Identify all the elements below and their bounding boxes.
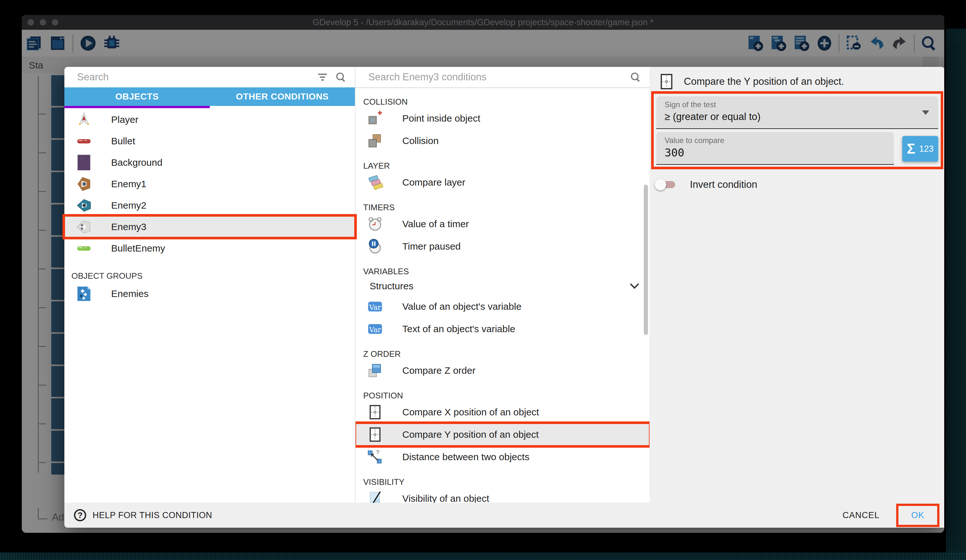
object-group-icon [75,285,92,302]
digits-123-label: 123 [919,144,934,154]
conditions-list: COLLISION Point inside object Collision … [355,88,649,528]
object-groups-list: Enemies [64,283,355,304]
position-grid-icon [657,73,675,90]
help-button[interactable]: ? HELP FOR THIS CONDITION [64,509,212,521]
conditions-panel: COLLISION Point inside object Collision … [355,67,649,528]
objects-list: Player Bullet Background Enemy1 Enemy2 E… [64,109,355,259]
compare-y-position-of-an-object[interactable]: Compare Y position of an object [355,423,649,446]
desktop-background: GDevelop 5 - /Users/dkarakay/Documents/G… [0,0,966,560]
sign-of-test-value: ≥ (greater or equal to) [665,111,938,123]
collision-icon [366,132,384,149]
player-ship-icon [75,111,92,128]
desktop-wallpaper-strip [0,552,966,560]
background-icon [75,154,92,171]
collision[interactable]: Collision [355,129,649,152]
text-of-an-object-s-variable[interactable]: Var Text of an object's variable [355,318,649,340]
objects-search-input[interactable] [64,71,317,83]
point-inside-object-icon [366,110,384,127]
invert-condition-label: Invert condition [690,179,757,190]
enemy3-ship-icon [75,218,92,236]
bulletenemy[interactable]: BulletEnemy [64,237,355,259]
sigma-icon: Σ [907,141,915,157]
variable-icon: Var [366,320,384,337]
value-of-an-object-s-variable[interactable]: Var Value of an object's variable [355,295,649,318]
active-tab-underline [64,106,210,108]
distance-between-two-objects[interactable]: ? Distance between two objects [355,446,649,468]
svg-text:?: ? [376,449,379,455]
enemy1-ship-icon [75,175,92,193]
position-grid-icon [366,426,384,443]
section-header-collision: COLLISION [355,96,649,107]
bullet-icon [75,133,92,150]
question-mark-icon: ? [74,509,86,521]
search-icon [335,71,347,83]
section-header-layer: LAYER [355,160,649,171]
condition-parameters-panel: Compare the Y position of an object. Sig… [649,67,944,528]
condition-title: Compare the Y position of an object. [684,76,844,87]
compare-layer-icon [366,174,384,191]
section-header-position: POSITION [355,390,649,401]
svg-text:Var: Var [369,303,381,311]
conditions-search-row [355,67,649,87]
enemy3[interactable]: Enemy3 [64,216,355,237]
ok-button[interactable]: OK [911,511,924,520]
value-to-compare-field: Value to compare [656,132,894,165]
z-order-icon [366,362,384,379]
filter-icon[interactable] [317,72,328,82]
chevron-down-icon [629,283,640,289]
desktop-wallpaper-strip [946,29,966,553]
compare-z-order[interactable]: Compare Z order [355,359,649,382]
help-label: HELP FOR THIS CONDITION [92,511,212,520]
conditions-search-input[interactable] [355,71,630,83]
value-to-compare-input[interactable] [665,146,871,159]
conditions-scrollbar-thumb[interactable] [644,185,648,335]
bullet[interactable]: Bullet [64,130,355,152]
value-to-compare-label: Value to compare [665,136,894,145]
enemy1[interactable]: Enemy1 [64,173,355,195]
compare-x-position-of-an-object[interactable]: Compare X position of an object [355,401,649,423]
object-groups-header: OBJECT GROUPS [71,271,355,281]
background[interactable]: Background [64,152,355,173]
objects-search-row [64,67,355,87]
section-header-variables: VARIABLES [355,266,649,277]
position-grid-icon [366,403,384,421]
timer-icon [366,215,384,233]
dropdown-caret-icon [922,110,929,115]
annotation-box-ok: OK [896,504,940,527]
condition-editor-dialog: OBJECTSOTHER CONDITIONS Player Bullet Ba… [64,67,944,528]
bullet-enemy-icon [75,240,92,257]
objects-panel: OBJECTSOTHER CONDITIONS Player Bullet Ba… [64,67,355,528]
enemy2-ship-icon [75,197,92,214]
section-header-z-order: Z ORDER [355,349,649,359]
compare-layer[interactable]: Compare layer [355,171,649,193]
timer-paused-icon [366,238,384,255]
invert-condition-toggle[interactable] [657,181,675,188]
cancel-button[interactable]: CANCEL [834,504,888,526]
tab-objects[interactable]: OBJECTS [64,87,210,106]
variable-icon: Var [366,298,384,315]
distance-icon: ? [366,448,384,466]
value-of-a-timer[interactable]: Value of a timer [355,213,649,235]
search-icon [630,71,641,83]
toggle-knob[interactable] [655,179,666,190]
object-tabs: OBJECTSOTHER CONDITIONS [64,87,355,106]
expression-editor-button[interactable]: Σ 123 [902,136,938,162]
timer-paused[interactable]: Timer paused [355,235,649,258]
gdevelop-window: GDevelop 5 - /Users/dkarakay/Documents/G… [22,15,944,533]
enemies[interactable]: Enemies [64,283,355,304]
sign-of-test-select[interactable]: Sign of the test ≥ (greater or equal to) [656,96,938,129]
player[interactable]: Player [64,109,355,130]
tab-other-conditions[interactable]: OTHER CONDITIONS [210,87,355,106]
annotation-box-parameters: Sign of the test ≥ (greater or equal to)… [651,91,943,169]
sign-of-test-label: Sign of the test [665,100,938,109]
dialog-footer: ? HELP FOR THIS CONDITION CANCEL OK [64,503,944,528]
point-inside-object[interactable]: Point inside object [355,107,649,129]
collapsible-structures-row[interactable]: Structures [355,277,649,295]
section-header-visibility: VISIBILITY [355,476,649,487]
svg-text:Var: Var [369,326,381,334]
section-header-timers: TIMERS [355,202,649,213]
enemy2[interactable]: Enemy2 [64,195,355,216]
